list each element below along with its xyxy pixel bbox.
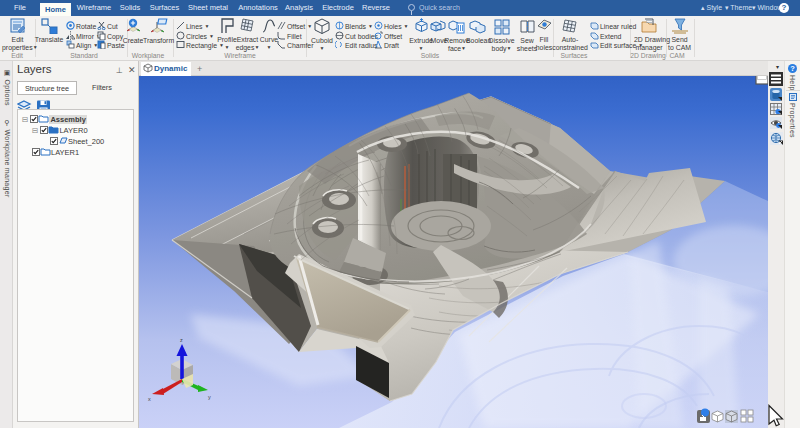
svg-text:x: x — [148, 396, 151, 402]
svg-text:y: y — [208, 394, 211, 400]
svg-text:z: z — [180, 337, 183, 343]
